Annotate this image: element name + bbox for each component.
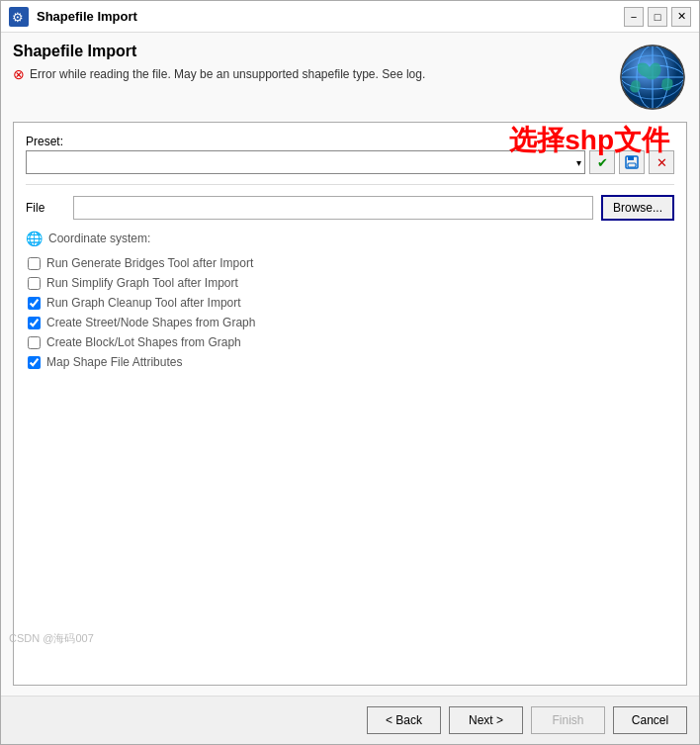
browse-button[interactable]: Browse... xyxy=(601,195,674,221)
list-item: Run Generate Bridges Tool after Import xyxy=(28,256,674,270)
page-title: Shapefile Import xyxy=(13,43,608,60)
checkbox-cleanup-label: Run Graph Cleanup Tool after Import xyxy=(46,296,241,310)
error-icon: ⊗ xyxy=(13,66,25,82)
checkbox-simplify-label: Run Simplify Graph Tool after Import xyxy=(46,276,238,290)
main-panel: Preset: ▾ ✔ xyxy=(13,122,687,686)
main-window: ⚙ Shapefile Import − □ ✕ Shapefile Impor… xyxy=(0,0,700,745)
error-text: Error while reading the file. May be an … xyxy=(30,67,425,81)
app-logo: ⚙ xyxy=(9,7,29,27)
preset-select[interactable] xyxy=(26,150,585,174)
list-item: Map Shape File Attributes xyxy=(28,355,674,369)
title-bar-text: Shapefile Import xyxy=(37,9,624,24)
preset-select-wrapper: ▾ xyxy=(26,150,585,174)
file-row: File Browse... xyxy=(26,195,674,221)
checkbox-bridges-label: Run Generate Bridges Tool after Import xyxy=(46,256,253,270)
checkbox-cleanup[interactable] xyxy=(28,297,41,310)
svg-text:⚙: ⚙ xyxy=(12,10,24,25)
checkbox-block-shapes-label: Create Block/Lot Shapes from Graph xyxy=(46,335,241,349)
checkbox-street-shapes-label: Create Street/Node Shapes from Graph xyxy=(46,316,255,329)
coord-label: Coordinate system: xyxy=(48,232,150,245)
checkbox-simplify[interactable] xyxy=(28,277,41,290)
csdn-watermark: CSDN @海码007 xyxy=(9,631,94,646)
globe-icon xyxy=(618,43,687,112)
file-label: File xyxy=(26,201,65,215)
title-bar: ⚙ Shapefile Import − □ ✕ xyxy=(1,1,699,33)
checkbox-street-shapes[interactable] xyxy=(28,317,41,329)
checkbox-bridges[interactable] xyxy=(28,257,41,270)
window-content: Shapefile Import ⊗ Error while reading t… xyxy=(1,33,699,696)
finish-button[interactable]: Finish xyxy=(531,706,605,734)
checkbox-map-attributes-label: Map Shape File Attributes xyxy=(46,355,182,369)
file-input[interactable] xyxy=(73,196,593,220)
checkbox-block-shapes[interactable] xyxy=(28,336,41,349)
list-item: Run Simplify Graph Tool after Import xyxy=(28,276,674,290)
coord-row: 🌐 Coordinate system: xyxy=(26,231,674,246)
maximize-button[interactable]: □ xyxy=(648,7,667,27)
next-button[interactable]: Next > xyxy=(449,706,523,734)
footer: < Back Next > Finish Cancel xyxy=(1,696,699,744)
checkboxes-section: Run Generate Bridges Tool after Import R… xyxy=(26,256,674,369)
checkbox-map-attributes[interactable] xyxy=(28,356,41,369)
title-bar-controls: − □ ✕ xyxy=(624,7,691,27)
list-item: Create Street/Node Shapes from Graph xyxy=(28,316,674,329)
divider-1 xyxy=(26,184,674,185)
svg-rect-11 xyxy=(628,163,636,167)
back-button[interactable]: < Back xyxy=(367,706,441,734)
coord-icon: 🌐 xyxy=(26,231,43,246)
list-item: Run Graph Cleanup Tool after Import xyxy=(28,296,674,310)
header-area: Shapefile Import ⊗ Error while reading t… xyxy=(13,43,687,112)
cancel-button[interactable]: Cancel xyxy=(613,706,687,734)
header-left: Shapefile Import ⊗ Error while reading t… xyxy=(13,43,608,82)
close-button[interactable]: ✕ xyxy=(671,7,691,27)
error-message: ⊗ Error while reading the file. May be a… xyxy=(13,66,608,82)
annotation-text: 选择shp文件 xyxy=(509,122,669,159)
list-item: Create Block/Lot Shapes from Graph xyxy=(28,335,674,349)
minimize-button[interactable]: − xyxy=(624,7,644,27)
